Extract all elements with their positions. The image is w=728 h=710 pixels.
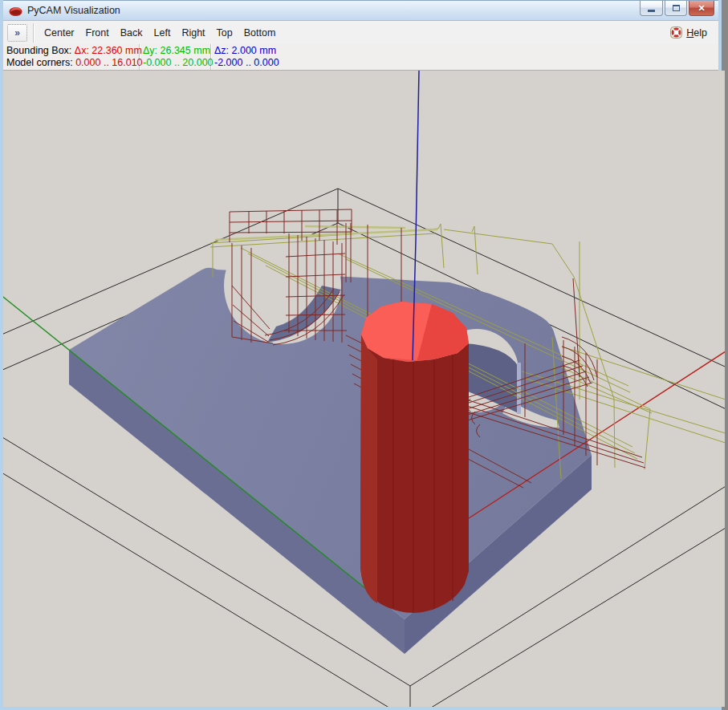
view-left-button[interactable]: Left: [148, 24, 177, 42]
info-bar: Bounding Box: Δx: 22.360 mm Model corner…: [3, 44, 718, 71]
tool-shaft-highlight: [360, 335, 377, 603]
tool-cylinder: [360, 302, 469, 613]
chevron-right-icon: »: [14, 27, 20, 39]
help-label-mnemonic: H: [686, 27, 693, 39]
title-bar[interactable]: PyCAM Visualization ✕: [3, 0, 718, 21]
close-button[interactable]: ✕: [689, 1, 714, 16]
view-front-button[interactable]: Front: [80, 24, 115, 42]
model-corners-z: -2.000 .. 0.000: [214, 57, 307, 69]
info-col-z: Δz: 2.000 mm -2.000 .. 0.000: [211, 44, 307, 70]
3d-viewport[interactable]: [3, 71, 725, 707]
maximize-button[interactable]: [665, 1, 687, 16]
model-corners-x: 0.000 .. 16.010: [75, 57, 142, 68]
app-icon: [9, 5, 22, 17]
model-corners-label: Model corners:: [6, 57, 73, 68]
view-back-button[interactable]: Back: [115, 24, 148, 42]
info-col-labels-x: Bounding Box: Δx: 22.360 mm Model corner…: [3, 44, 140, 70]
model-corners-y: -0.000 .. 20.000: [143, 57, 210, 69]
toolbar-overflow-button[interactable]: »: [7, 24, 27, 42]
bounding-box-dy: Δy: 26.345 mm: [143, 45, 210, 57]
view-top-button[interactable]: Top: [211, 24, 238, 42]
maximize-icon: [673, 5, 680, 11]
minimize-button[interactable]: [640, 1, 663, 16]
view-bottom-button[interactable]: Bottom: [238, 24, 282, 42]
help-lifebuoy-icon: [669, 26, 683, 39]
minimize-icon: [648, 10, 655, 12]
view-right-button[interactable]: Right: [176, 24, 210, 42]
pycam-visualization-window: PyCAM Visualization ✕ » Center Front Bac…: [0, 0, 722, 710]
close-icon: ✕: [697, 3, 705, 14]
bounding-box-label: Bounding Box:: [6, 45, 71, 56]
bounding-box-dz: Δz: 2.000 mm: [214, 45, 307, 57]
toolbar-separator: [33, 23, 35, 43]
help-label: elp: [693, 27, 707, 39]
help-button[interactable]: Help: [666, 24, 710, 41]
window-title: PyCAM Visualization: [27, 5, 120, 16]
toolbar: » Center Front Back Left Right Top Botto…: [3, 21, 718, 44]
info-col-y: Δy: 26.345 mm -0.000 .. 20.000: [140, 44, 211, 70]
bounding-box-dx: Δx: 22.360 mm: [75, 45, 142, 56]
view-center-button[interactable]: Center: [39, 24, 80, 42]
